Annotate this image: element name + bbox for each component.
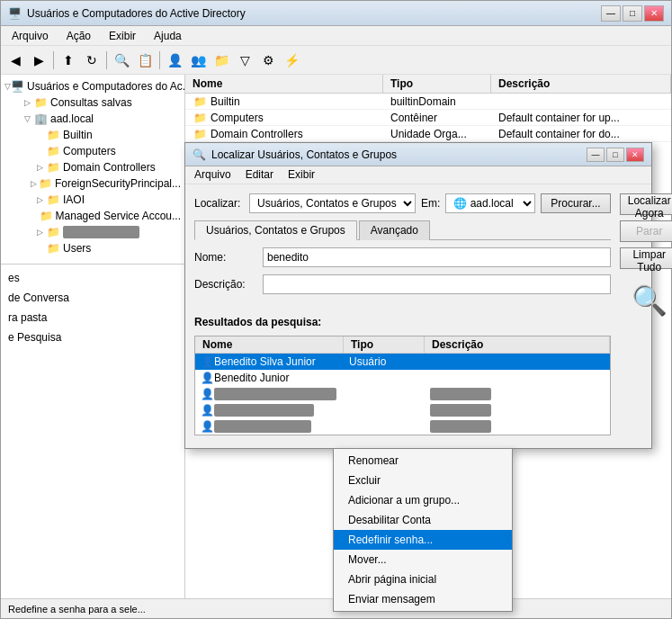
result-row-0[interactable]: 👤 Benedito Silva Junior Usuário xyxy=(195,354,610,370)
tree-item-computers[interactable]: 📁 Computers xyxy=(1,143,184,159)
result-type-4 xyxy=(344,426,425,427)
minimize-button[interactable]: — xyxy=(601,5,621,22)
ctx-mover[interactable]: Mover... xyxy=(334,550,512,570)
dialog-title-bar: 🔍 Localizar Usuários, Contatos e Grupos … xyxy=(185,143,651,166)
new-group-button[interactable]: 👥 xyxy=(187,49,209,71)
nome-row: Nome: xyxy=(194,247,611,267)
aad-label: aad.local xyxy=(50,112,94,125)
results-header: Nome Tipo Descrição xyxy=(195,336,610,354)
back-button[interactable]: ◀ xyxy=(4,49,26,71)
limpar-button[interactable]: Limpar Tudo xyxy=(620,247,672,269)
find-button[interactable]: 🔍 xyxy=(111,49,132,71)
tab-usuarios[interactable]: Usuários, Contatos e Grupos xyxy=(194,220,357,240)
extra-btn1[interactable]: ⚙ xyxy=(257,49,279,71)
dialog-minimize[interactable]: — xyxy=(587,148,605,162)
menu-ajuda[interactable]: Ajuda xyxy=(147,28,189,43)
list-row-dc[interactable]: 📁 Domain Controllers Unidade Orga... Def… xyxy=(185,126,671,142)
bottom-item-conversa[interactable]: de Conversa xyxy=(1,288,184,308)
consultas-toggle[interactable]: ▷ xyxy=(21,96,33,109)
computers-label: Computers xyxy=(63,145,116,157)
ctx-excluir[interactable]: Excluir xyxy=(334,471,512,490)
col-desc[interactable]: Descrição xyxy=(491,75,671,93)
extra-btn2[interactable]: ⚡ xyxy=(281,49,302,71)
dialog-title: Localizar Usuários, Contatos e Grupos xyxy=(211,148,397,161)
properties-button[interactable]: 📋 xyxy=(134,49,156,71)
iaoi-toggle[interactable]: ▷ xyxy=(33,193,46,206)
tree-item-redacted[interactable]: ▷ 📁 ██████████ xyxy=(1,224,184,240)
result-name-4: J████████████ xyxy=(214,420,311,433)
tree-root[interactable]: ▽ 🖥️ Usuários e Computadores do Ac... xyxy=(1,78,184,94)
ctx-message[interactable]: Enviar mensagem xyxy=(334,589,512,609)
dc-row-icon: 📁 xyxy=(193,127,207,141)
up-button[interactable]: ⬆ xyxy=(58,49,79,71)
bottom-item-pasta[interactable]: ra pasta xyxy=(1,308,184,327)
result-row-2[interactable]: 👤 ████████████████ ████████ xyxy=(195,386,610,402)
ctx-disable[interactable]: Desabilitar Conta xyxy=(334,510,512,530)
list-row-builtin[interactable]: 📁 Builtin builtinDomain xyxy=(185,94,671,110)
tree-item-builtin[interactable]: 📁 Builtin xyxy=(1,127,184,143)
menu-acao[interactable]: Ação xyxy=(59,28,98,43)
col-tipo[interactable]: Tipo xyxy=(383,75,491,93)
dialog-maximize[interactable]: □ xyxy=(606,148,624,162)
result-desc-0 xyxy=(425,361,610,363)
result-row-1[interactable]: 👤 Benedito Junior xyxy=(195,370,610,386)
dialog-close[interactable]: ✕ xyxy=(626,148,644,162)
tree-item-msa[interactable]: 📁 Managed Service Accou... xyxy=(1,208,184,224)
dialog-menu-editar[interactable]: Editar xyxy=(240,167,279,183)
menu-exibir[interactable]: Exibir xyxy=(102,28,143,43)
desc-input[interactable] xyxy=(263,274,611,294)
bottom-item-es[interactable]: es xyxy=(1,268,184,288)
forward-button[interactable]: ▶ xyxy=(28,49,49,71)
result-row-4[interactable]: 👤 J████████████ ████████ xyxy=(195,418,610,435)
ctx-addgroup[interactable]: Adicionar a um grupo... xyxy=(334,490,512,510)
redacted-toggle[interactable]: ▷ xyxy=(33,226,46,238)
status-text: Redefine a senha para a sele... xyxy=(8,604,146,615)
title-bar: 🖥️ Usuários e Computadores do Active Dir… xyxy=(1,1,671,26)
dc-toggle[interactable]: ▷ xyxy=(33,161,46,174)
dialog-menu-arquivo[interactable]: Arquivo xyxy=(189,167,237,183)
fsp-toggle[interactable]: ▷ xyxy=(28,177,39,190)
list-row-computers[interactable]: 📁 Computers Contêiner Default container … xyxy=(185,110,671,126)
tree-item-aad[interactable]: ▽ 🏢 aad.local xyxy=(1,111,184,127)
dc-row-name: Domain Controllers xyxy=(211,128,303,140)
tree-item-iaoi[interactable]: ▷ 📁 IAOI xyxy=(1,192,184,208)
title-bar-controls: — □ ✕ xyxy=(601,5,664,22)
maximize-button[interactable]: □ xyxy=(623,5,642,22)
localizar-select[interactable]: Usuários, Contatos e Grupos xyxy=(249,193,416,213)
refresh-button[interactable]: ↻ xyxy=(81,49,103,71)
result-desc-4: ████████ xyxy=(425,419,610,434)
result-row-3[interactable]: 👤 G████████████ ████████ xyxy=(195,402,610,418)
tree-item-users[interactable]: 📁 Users xyxy=(1,240,184,256)
tab-avancado[interactable]: Avançado xyxy=(359,220,430,240)
search-icon-area: 🔍 xyxy=(620,274,672,327)
tree-root-toggle[interactable]: ▽ xyxy=(4,80,11,93)
ctx-homepage[interactable]: Abrir página inicial xyxy=(334,570,512,589)
em-label: Em: xyxy=(421,197,440,210)
result-desc-3: ████████ xyxy=(425,403,610,417)
tree-item-fsp[interactable]: ▷ 📁 ForeignSecurityPrincipal... xyxy=(1,175,184,192)
aad-toggle[interactable]: ▽ xyxy=(21,112,33,125)
parar-button[interactable]: Parar xyxy=(620,220,672,242)
procurar-button[interactable]: Procurar... xyxy=(541,193,610,213)
new-ou-button[interactable]: 📁 xyxy=(211,49,232,71)
col-nome[interactable]: Nome xyxy=(185,75,383,93)
context-menu: Renomear Excluir Adicionar a um grupo...… xyxy=(333,448,513,612)
bottom-item-pesquisa[interactable]: e Pesquisa xyxy=(1,327,184,347)
filter-button[interactable]: ▽ xyxy=(234,49,255,71)
tree-item-dc[interactable]: ▷ 📁 Domain Controllers xyxy=(1,159,184,175)
bottom-label-pesquisa: e Pesquisa xyxy=(8,331,61,344)
menu-arquivo[interactable]: Arquivo xyxy=(4,28,56,43)
dialog-menu-exibir[interactable]: Exibir xyxy=(282,167,320,183)
results-area: Nome Tipo Descrição 👤 Benedito Silva Jun… xyxy=(194,336,611,435)
new-user-button[interactable]: 👤 xyxy=(164,49,185,71)
localizar-agora-button[interactable]: Localizar Agora xyxy=(620,193,672,215)
nome-input[interactable] xyxy=(263,247,611,267)
ctx-resetpwd[interactable]: Redefinir senha... xyxy=(334,530,512,550)
tree-item-consultas[interactable]: ▷ 📁 Consultas salvas xyxy=(1,94,184,111)
em-select[interactable]: 🌐 aad.local xyxy=(445,193,535,213)
toolbar: ◀ ▶ ⬆ ↻ 🔍 📋 👤 👥 📁 ▽ ⚙ ⚡ xyxy=(1,46,671,75)
ctx-renomear[interactable]: Renomear xyxy=(334,451,512,471)
results-col-nome: Nome xyxy=(195,336,344,353)
close-button[interactable]: ✕ xyxy=(644,5,664,22)
builtin-label: Builtin xyxy=(63,129,93,141)
